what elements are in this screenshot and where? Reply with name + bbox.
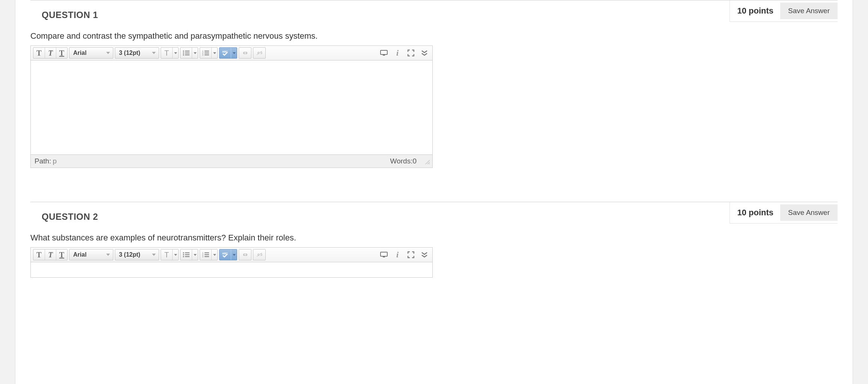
- expand-toolbar-button[interactable]: [419, 47, 430, 59]
- editor-toolbar: T T T Arial 3 (12pt) T: [31, 46, 432, 60]
- preview-button[interactable]: [378, 47, 390, 59]
- fullscreen-icon: [408, 251, 414, 258]
- italic-button[interactable]: T: [45, 249, 56, 260]
- svg-rect-33: [381, 252, 387, 256]
- chevron-down-icon: [211, 48, 217, 58]
- svg-rect-34: [383, 257, 385, 257]
- svg-point-4: [183, 54, 184, 55]
- svg-rect-26: [205, 252, 209, 253]
- spellcheck-button[interactable]: ABC: [219, 47, 237, 59]
- svg-text:3: 3: [202, 54, 203, 56]
- link-icon: [242, 50, 248, 56]
- bullet-list-icon: [181, 48, 192, 58]
- bullet-list-icon: [181, 249, 192, 260]
- svg-line-16: [426, 160, 430, 164]
- chevron-down-icon: [192, 48, 198, 58]
- svg-point-0: [183, 50, 184, 51]
- svg-point-2: [183, 52, 184, 53]
- text-color-button[interactable]: T: [161, 249, 179, 260]
- svg-point-19: [183, 252, 184, 253]
- svg-rect-1: [185, 51, 190, 51]
- words-value: 0: [412, 157, 417, 165]
- spellcheck-icon: ABC: [220, 249, 231, 260]
- question-title: QUESTION 2: [30, 212, 98, 222]
- link-button[interactable]: [239, 249, 251, 260]
- path-value: p: [53, 157, 57, 165]
- svg-rect-5: [185, 54, 190, 55]
- unlink-button[interactable]: [253, 47, 266, 59]
- info-icon: i: [396, 250, 399, 260]
- svg-rect-22: [185, 254, 190, 255]
- fullscreen-icon: [408, 50, 414, 56]
- info-icon: i: [396, 48, 399, 58]
- svg-rect-20: [185, 252, 190, 253]
- svg-point-21: [183, 254, 184, 255]
- chevron-down-icon: [105, 251, 111, 258]
- editor-textarea[interactable]: [31, 60, 432, 154]
- svg-rect-3: [185, 53, 190, 53]
- numbered-list-button[interactable]: 123: [200, 47, 218, 59]
- fullscreen-button[interactable]: [405, 47, 417, 59]
- bold-button[interactable]: T: [33, 249, 45, 260]
- spellcheck-icon: ABC: [220, 48, 231, 58]
- double-chevron-down-icon: [421, 50, 428, 56]
- font-family-select[interactable]: Arial: [69, 249, 113, 260]
- question-meta: 10 points Save Answer: [730, 202, 838, 224]
- chevron-down-icon: [150, 50, 157, 56]
- question-1: QUESTION 1 10 points Save Answer Compare…: [15, 0, 853, 183]
- numbered-list-button[interactable]: 123: [200, 249, 218, 260]
- question-title: QUESTION 1: [30, 10, 98, 20]
- svg-line-18: [429, 163, 430, 164]
- font-family-select[interactable]: Arial: [69, 47, 113, 59]
- spellcheck-button[interactable]: ABC: [219, 249, 237, 260]
- monitor-icon: [380, 50, 388, 56]
- bullet-list-button[interactable]: [180, 249, 198, 260]
- bold-button[interactable]: T: [33, 48, 45, 58]
- save-answer-button[interactable]: Save Answer: [780, 3, 838, 19]
- rich-text-editor: T T T Arial 3 (12pt) T: [30, 247, 433, 278]
- editor-textarea[interactable]: [31, 262, 432, 277]
- link-button[interactable]: [239, 47, 251, 59]
- bullet-list-button[interactable]: [180, 47, 198, 59]
- question-2: QUESTION 2 10 points Save Answer What su…: [15, 202, 853, 293]
- svg-rect-15: [383, 55, 385, 56]
- fullscreen-button[interactable]: [405, 249, 417, 260]
- words-label: Words:: [390, 157, 413, 165]
- question-prompt: Compare and contrast the sympathetic and…: [30, 31, 838, 41]
- chevron-down-icon: [172, 249, 178, 260]
- editor-toolbar: T T T Arial 3 (12pt) T: [31, 248, 432, 262]
- numbered-list-icon: 123: [200, 48, 211, 58]
- unlink-icon: [256, 50, 263, 56]
- chevron-down-icon: [231, 249, 237, 260]
- italic-button[interactable]: T: [45, 48, 56, 58]
- expand-toolbar-button[interactable]: [419, 249, 430, 260]
- font-size-select[interactable]: 3 (12pt): [115, 47, 159, 59]
- svg-rect-7: [205, 51, 209, 51]
- text-style-group: T T T: [33, 47, 68, 59]
- numbered-list-icon: 123: [200, 249, 211, 260]
- chevron-down-icon: [105, 50, 111, 56]
- svg-rect-11: [205, 54, 209, 55]
- text-color-button[interactable]: T: [161, 47, 179, 59]
- path-label: Path:: [35, 157, 51, 165]
- svg-rect-28: [205, 254, 209, 255]
- chevron-down-icon: [172, 48, 178, 58]
- link-icon: [242, 252, 248, 257]
- info-button[interactable]: i: [392, 249, 403, 260]
- preview-button[interactable]: [378, 249, 390, 260]
- info-button[interactable]: i: [392, 47, 403, 59]
- double-chevron-down-icon: [421, 252, 428, 258]
- chevron-down-icon: [231, 48, 237, 58]
- svg-rect-30: [205, 256, 209, 257]
- unlink-button[interactable]: [253, 249, 266, 260]
- underline-button[interactable]: T: [56, 249, 67, 260]
- editor-footer: Path: p Words:0: [31, 154, 432, 168]
- save-answer-button[interactable]: Save Answer: [780, 204, 838, 221]
- chevron-down-icon: [211, 249, 217, 260]
- underline-button[interactable]: T: [56, 48, 67, 58]
- font-size-select[interactable]: 3 (12pt): [115, 249, 159, 260]
- rich-text-editor: T T T Arial 3 (12pt) T: [30, 45, 433, 168]
- resize-handle[interactable]: [423, 159, 429, 164]
- question-meta: 10 points Save Answer: [730, 0, 838, 22]
- monitor-icon: [380, 252, 388, 258]
